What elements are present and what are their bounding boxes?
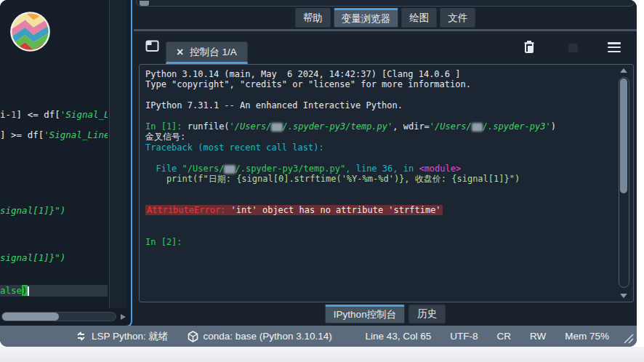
status-bar: LSP Python: 就绪 conda: base (Python 3.10.… [0,326,637,347]
tab-帮助[interactable]: 帮助 [295,8,331,28]
close-icon[interactable]: × [177,47,183,58]
stop-button-inactive [568,44,578,52]
text-line: signal[1]}") [0,252,65,264]
console-tab[interactable]: × 控制台 1/A [166,41,248,64]
console-text: Python 3.10.14 (main, May 6 2024, 14:42:… [145,69,614,299]
text-line [145,216,614,226]
text-line: signal[1]}") [0,205,65,217]
console-tab-label: 控制台 1/A [190,46,237,59]
text-line: IPython 7.31.1 -- An enhanced Interactiv… [145,100,614,110]
desktop-background [0,347,644,362]
redacted-username [224,165,235,174]
tab-绘图[interactable]: 绘图 [401,8,437,28]
console-vertical-scrollbar[interactable] [617,67,631,298]
upper-pane-tabs: 帮助变量浏览器绘图文件 [134,8,637,29]
tab-IPython控制台[interactable]: IPython控制台 [325,305,405,323]
resize-grip[interactable] [620,330,635,345]
text-line: 金叉信号: [145,132,614,142]
scroll-up-arrow-icon[interactable] [620,68,627,73]
text-line: ] >= df['Signal_Line [0,129,108,141]
text-cursor [28,286,29,296]
text-line: In [1]: runfile('/Users//.spyder-py3/tem… [145,121,614,132]
editor-pane[interactable]: i-1] <= df['Signal_Li] >= df['Signal_Lin… [0,0,132,327]
lsp-status[interactable]: LSP Python: 就绪 [76,330,169,343]
text-line: In [2]: [145,237,614,247]
text-line: Traceback (most recent call last): [145,142,614,153]
editor-code-area[interactable]: i-1] <= df['Signal_Li] >= df['Signal_Lin… [0,0,108,305]
conda-env-label: conda: base (Python 3.10.14) [204,331,332,342]
right-panel-region: 帮助变量浏览器绘图文件 × 控制台 1/A [134,0,637,327]
text-line [145,90,614,100]
console-bottom-tabs: IPython控制台历史 [134,305,637,326]
text-line [145,111,614,121]
scrollbar-thumb[interactable] [2,313,59,321]
permission-status[interactable]: RW [530,331,546,342]
package-cube-icon [188,331,198,342]
tab-变量浏览器[interactable]: 变量浏览器 [334,8,399,28]
tab-历史[interactable]: 历史 [408,305,446,323]
lsp-status-label: LSP Python: 就绪 [92,330,169,343]
text-line [145,195,614,205]
text-line: Type "copyright", "credits" or "license"… [145,79,614,89]
text-line: i-1] <= df['Signal_Li [0,109,108,121]
conda-env-status[interactable]: conda: base (Python 3.10.14) [188,331,332,342]
scrollbar-nub[interactable] [140,1,149,6]
text-line: File "/Users//.spyder-py3/temp.py", line… [145,164,614,174]
text-line [145,184,614,194]
encoding-status[interactable]: UTF-8 [450,331,478,342]
editor-horizontal-scrollbar[interactable] [1,312,116,321]
eol-status[interactable]: CR [496,331,511,342]
scroll-down-arrow-icon[interactable] [620,294,627,298]
scroll-right-arrow-icon[interactable] [121,314,126,320]
tab-文件[interactable]: 文件 [440,8,475,28]
sync-arrows-icon [76,331,86,342]
scrollbar-track[interactable] [619,77,629,288]
redacted-username [271,123,282,132]
spyder-window: i-1] <= df['Signal_Li] >= df['Signal_Lin… [0,0,637,347]
text-line: AttributeError: 'int' object has no attr… [145,205,614,215]
cursor-position[interactable]: Line 43, Col 65 [365,331,431,342]
editor-vertical-scrollbar[interactable] [109,0,126,308]
redacted-username [472,123,483,132]
variable-explorer-pane-edge [136,0,635,7]
trash-icon[interactable] [523,40,535,54]
hamburger-menu-icon[interactable] [608,42,621,52]
ipython-console-output[interactable]: Python 3.10.14 (main, May 6 2024, 14:42:… [139,64,634,302]
text-line [145,153,614,163]
text-line: alse) [0,285,108,297]
text-line: Python 3.10.14 (main, May 6 2024, 14:42:… [145,69,614,79]
text-line: print(f"日期: {signal[0].strftime('%Y-%m-%… [145,174,614,184]
memory-usage[interactable]: Mem 75% [565,331,609,342]
text-line [145,226,614,236]
console-toolbar: × 控制台 1/A [134,31,637,64]
open-in-new-window-icon[interactable] [145,40,159,52]
scrollbar-thumb[interactable] [620,79,627,193]
